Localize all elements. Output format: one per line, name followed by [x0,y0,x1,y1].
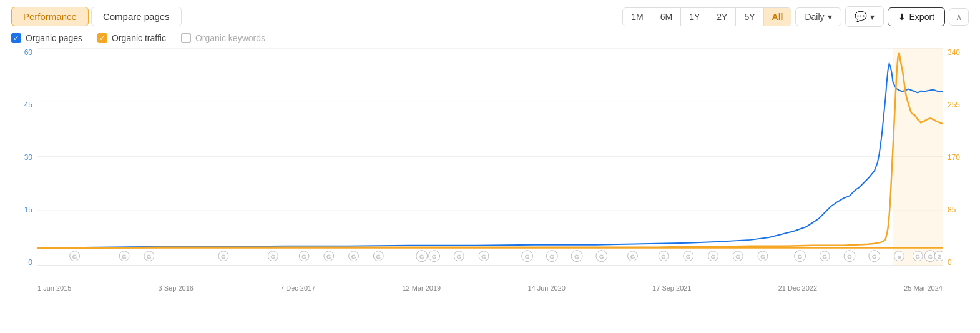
time-btn-2y[interactable]: 2Y [708,8,736,26]
y-axis-right: 340 255 170 85 0 [944,48,969,267]
svg-text:G: G [662,254,666,260]
legend-organic-keywords[interactable]: Organic keywords [181,33,265,43]
svg-text:G: G [630,254,635,260]
page-container: Performance Compare pages 1M 6M 1Y 2Y 5Y… [0,0,980,292]
svg-text:G: G [599,254,604,260]
x-label-4: 14 Jun 2020 [527,284,566,292]
svg-text:G: G [302,254,306,260]
export-download-icon: ⬇ [898,12,906,22]
time-btn-group: 1M 6M 1Y 2Y 5Y All [622,7,791,26]
x-label-2: 7 Dec 2017 [280,284,315,292]
x-label-6: 21 Dec 2022 [778,284,817,292]
svg-text:G: G [351,254,356,260]
tab-performance[interactable]: Performance [11,7,89,26]
y-right-85: 85 [944,206,969,214]
svg-text:a: a [898,254,901,260]
svg-text:G: G [457,254,461,260]
comment-chevron-icon: ▾ [870,12,875,22]
svg-text:G: G [575,254,579,260]
comment-dropdown[interactable]: 💬 ▾ [845,6,884,27]
svg-text:G: G [872,254,876,260]
svg-text:G: G [221,254,225,260]
svg-text:G: G [736,254,740,260]
svg-text:G: G [147,254,151,260]
svg-text:G: G [72,254,77,260]
organic-traffic-label: Organic traffic [112,33,166,43]
time-btn-1m[interactable]: 1M [623,8,652,26]
svg-text:G: G [823,254,827,260]
y-right-0: 0 [944,258,969,267]
y-left-30: 30 [11,153,36,162]
svg-text:G: G [928,254,933,260]
daily-chevron-icon: ▾ [828,12,832,22]
time-btn-5y[interactable]: 5Y [736,8,763,26]
svg-text:G: G [482,254,486,260]
svg-text:G: G [525,254,529,260]
chart-area: 60 45 30 15 0 340 255 170 85 0 [11,48,969,292]
y-right-340: 340 [944,48,969,57]
header: Performance Compare pages 1M 6M 1Y 2Y 5Y… [0,0,980,31]
svg-text:G: G [686,254,690,260]
legend-organic-traffic[interactable]: ✓ Organic traffic [97,33,166,43]
svg-text:G: G [761,254,765,260]
organic-keywords-label: Organic keywords [195,33,265,43]
y-left-15: 15 [11,206,36,214]
x-axis: 1 Jun 2015 3 Sep 2016 7 Dec 2017 12 Mar … [37,267,943,292]
svg-text:G: G [419,254,424,260]
organic-keywords-checkbox[interactable] [181,33,191,43]
svg-text:G: G [550,254,554,260]
time-btn-1y[interactable]: 1Y [681,8,708,26]
export-label: Export [909,12,934,22]
y-left-0: 0 [11,258,36,267]
chart-svg: G G G G G G G G G G G [37,48,943,266]
y-right-170: 170 [944,153,969,162]
organic-traffic-line [37,53,943,248]
x-label-7: 25 Mar 2024 [904,284,943,292]
organic-pages-label: Organic pages [26,33,82,43]
y-left-60: 60 [11,48,36,57]
daily-label: Daily [805,12,824,22]
y-axis-left: 60 45 30 15 0 [11,48,36,267]
comment-icon: 💬 [855,11,867,22]
svg-text:G: G [848,254,852,260]
svg-text:G: G [326,254,331,260]
svg-text:G: G [711,254,715,260]
time-btn-6m[interactable]: 6M [652,8,681,26]
legend-row: ✓ Organic pages ✓ Organic traffic Organi… [0,31,980,48]
organic-pages-line [37,64,943,248]
daily-dropdown[interactable]: Daily ▾ [795,7,841,26]
x-label-0: 1 Jun 2015 [37,284,71,292]
svg-text:G: G [916,254,920,260]
tab-group: Performance Compare pages [11,7,182,26]
svg-text:2: 2 [938,254,941,260]
organic-pages-checkbox[interactable]: ✓ [11,33,21,43]
svg-text:G: G [798,254,802,260]
google-update-markers: G G G G G G G G G G G [70,251,943,262]
svg-text:G: G [122,254,127,260]
x-label-5: 17 Sep 2021 [652,284,691,292]
legend-organic-pages[interactable]: ✓ Organic pages [11,33,82,43]
collapse-button[interactable]: ∧ [949,8,969,26]
x-label-1: 3 Sep 2016 [159,284,194,292]
y-left-45: 45 [11,101,36,109]
controls-right: 1M 6M 1Y 2Y 5Y All Daily ▾ 💬 ▾ ⬇ Export … [622,6,969,27]
x-label-3: 12 Mar 2019 [402,284,441,292]
y-right-255: 255 [944,101,969,109]
tab-compare-pages[interactable]: Compare pages [91,7,182,26]
svg-text:G: G [376,254,381,260]
export-button[interactable]: ⬇ Export [888,7,945,26]
collapse-icon: ∧ [956,12,962,22]
organic-traffic-checkbox[interactable]: ✓ [97,33,107,43]
svg-text:G: G [432,254,436,260]
highlight-band [893,48,943,266]
svg-text:G: G [271,254,275,260]
time-btn-all[interactable]: All [764,8,791,26]
